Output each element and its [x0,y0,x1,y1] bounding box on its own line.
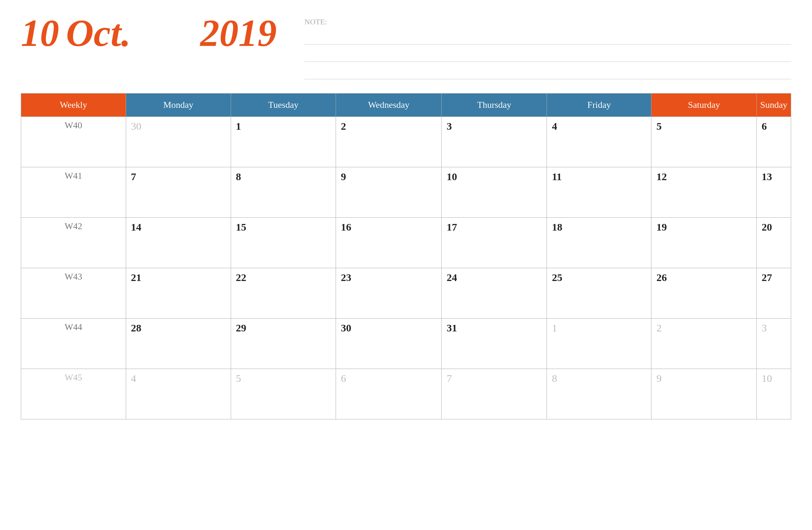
date-display: 10 Oct. 2019 [21,14,277,52]
col-header-thursday: Thursday [442,94,547,117]
calendar-row: W4428293031123 [21,319,791,369]
calendar-day-cell: 16 [336,218,442,268]
calendar-row: W4214151617181920 [21,218,791,268]
col-header-wednesday: Wednesday [336,94,442,117]
col-header-saturday: Saturday [651,94,757,117]
calendar-day-cell: 30 [336,319,442,369]
week-label: W41 [21,167,126,218]
calendar-day-cell: 9 [651,369,757,419]
calendar-day-cell: 22 [231,268,336,319]
calendar-day-cell: 27 [756,268,791,319]
col-header-friday: Friday [547,94,651,117]
calendar-row: W4030123456 [21,117,791,167]
calendar-day-cell: 11 [547,167,651,218]
calendar-day-cell: 24 [442,268,547,319]
calendar-day-cell: 8 [231,167,336,218]
col-header-sunday: Sunday [756,94,791,117]
calendar-day-cell: 6 [756,117,791,167]
week-label: W45 [21,369,126,419]
calendar-row: W4178910111213 [21,167,791,218]
calendar-day-cell: 10 [756,369,791,419]
calendar-day-cell: 14 [126,218,231,268]
calendar-day-cell: 30 [126,117,231,167]
calendar-day-cell: 7 [126,167,231,218]
calendar-day-cell: 4 [547,117,651,167]
calendar-day-cell: 31 [442,319,547,369]
calendar-day-cell: 7 [442,369,547,419]
calendar-day-cell: 20 [756,218,791,268]
calendar-day-cell: 1 [547,319,651,369]
col-header-weekly: Weekly [21,94,126,117]
calendar-day-cell: 18 [547,218,651,268]
calendar-day-cell: 10 [442,167,547,218]
year-number: 2019 [200,14,277,52]
calendar-day-cell: 19 [651,218,757,268]
calendar-day-cell: 9 [336,167,442,218]
calendar-day-cell: 3 [442,117,547,167]
calendar-day-cell: 4 [126,369,231,419]
calendar-table: Weekly Monday Tuesday Wednesday Thursday… [21,93,791,419]
note-line-3 [304,65,791,79]
calendar-day-cell: 3 [756,319,791,369]
calendar-day-cell: 21 [126,268,231,319]
calendar-day-cell: 5 [231,369,336,419]
calendar-body: W4030123456W4178910111213W42141516171819… [21,117,791,419]
calendar-day-cell: 1 [231,117,336,167]
calendar-day-cell: 8 [547,369,651,419]
page-header: 10 Oct. 2019 NOTE: [21,14,791,83]
calendar-day-cell: 6 [336,369,442,419]
calendar-day-cell: 5 [651,117,757,167]
note-label: NOTE: [304,17,791,26]
calendar-day-cell: 12 [651,167,757,218]
note-line-1 [304,31,791,45]
month-name: Oct. [66,14,131,52]
calendar-day-cell: 2 [651,319,757,369]
calendar-day-cell: 25 [547,268,651,319]
calendar-header: Weekly Monday Tuesday Wednesday Thursday… [21,94,791,117]
calendar-day-cell: 17 [442,218,547,268]
col-header-monday: Monday [126,94,231,117]
calendar-day-cell: 28 [126,319,231,369]
day-number: 10 [21,14,59,52]
week-label: W44 [21,319,126,369]
calendar-day-cell: 15 [231,218,336,268]
calendar-day-cell: 26 [651,268,757,319]
calendar-day-cell: 13 [756,167,791,218]
week-label: W43 [21,268,126,319]
header-row: Weekly Monday Tuesday Wednesday Thursday… [21,94,791,117]
week-label: W40 [21,117,126,167]
calendar-day-cell: 29 [231,319,336,369]
week-label: W42 [21,218,126,268]
note-line-2 [304,48,791,62]
col-header-tuesday: Tuesday [231,94,336,117]
note-section: NOTE: [304,14,791,83]
calendar-row: W4545678910 [21,369,791,419]
calendar-row: W4321222324252627 [21,268,791,319]
calendar-day-cell: 2 [336,117,442,167]
calendar-day-cell: 23 [336,268,442,319]
